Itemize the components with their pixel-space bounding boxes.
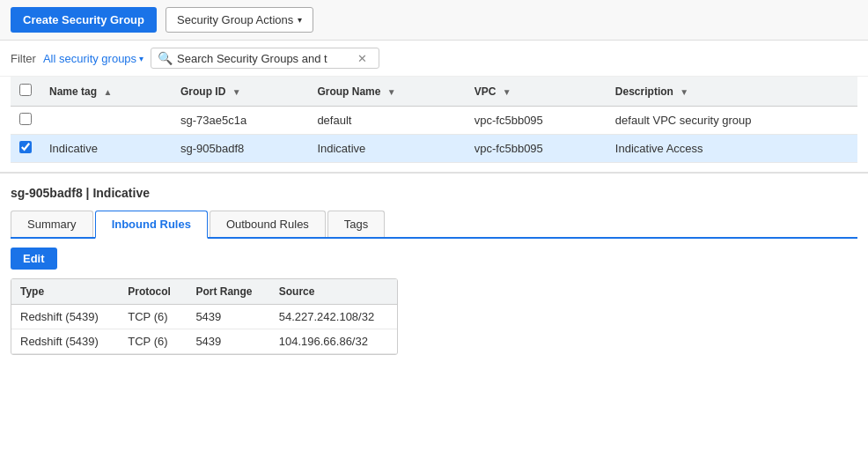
col-name-tag-label: Name tag [49,85,97,98]
toolbar: Create Security Group Security Group Act… [0,0,868,41]
sort-arrow-group-name: ▼ [387,87,396,97]
table-header-row: Name tag ▲ Group ID ▼ Group Name ▼ VPC ▼… [11,77,857,107]
col-group-name-label: Group Name [317,85,380,98]
cell-group-id: sg-905badf8 [172,135,308,163]
security-groups-table-container: Name tag ▲ Group ID ▼ Group Name ▼ VPC ▼… [0,77,868,163]
actions-label: Security Group Actions [177,13,293,26]
detail-panel: sg-905badf8 | Indicative SummaryInbound … [0,172,868,355]
table-row[interactable]: Indicative sg-905badf8 Indicative vpc-fc… [11,135,857,163]
col-description-label: Description [615,85,673,98]
table-row[interactable]: sg-73ae5c1a default vpc-fc5bb095 default… [11,107,857,135]
inbound-cell-type: Redshift (5439) [11,305,119,329]
search-box: 🔍 ✕ [151,48,379,69]
create-security-group-button[interactable]: Create Security Group [11,7,157,33]
clear-search-icon[interactable]: ✕ [357,52,367,65]
col-name-tag[interactable]: Name tag ▲ [40,77,172,107]
inbound-header-row: Type Protocol Port Range Source [11,279,397,305]
cell-vpc: vpc-fc5bb095 [466,135,607,163]
inbound-rule-row: Redshift (5439) TCP (6) 5439 54.227.242.… [11,305,397,329]
cell-name-tag: Indicative [40,135,172,163]
inbound-cell-type: Redshift (5439) [11,329,119,354]
select-all-checkbox-cell[interactable] [11,77,40,107]
sort-arrow-name-tag: ▲ [103,87,112,97]
row-checkbox[interactable] [19,113,32,125]
inbound-rules-table-container: Type Protocol Port Range Source Redshift… [11,278,398,355]
select-all-checkbox[interactable] [19,84,32,96]
col-description[interactable]: Description ▼ [607,77,857,107]
inbound-rules-table: Type Protocol Port Range Source Redshift… [11,279,397,354]
col-group-id[interactable]: Group ID ▼ [172,77,308,107]
inbound-col-protocol: Protocol [119,279,187,305]
sort-arrow-description: ▼ [680,87,688,97]
row-checkbox-cell[interactable] [11,107,40,135]
inbound-cell-protocol: TCP (6) [119,305,187,329]
security-group-actions-button[interactable]: Security Group Actions ▾ [166,7,313,33]
col-vpc-label: VPC [474,85,497,98]
cell-description: default VPC security group [607,107,857,135]
row-checkbox[interactable] [19,141,32,153]
filter-dropdown-label: All security groups [43,52,136,65]
tabs-bar: SummaryInbound RulesOutbound RulesTags [11,209,857,239]
edit-button[interactable]: Edit [11,248,57,270]
tab-tags[interactable]: Tags [327,211,385,237]
detail-title: sg-905badf8 | Indicative [11,186,857,200]
inbound-cell-port-range: 5439 [187,329,269,354]
tab-summary[interactable]: Summary [11,211,93,237]
sort-arrow-group-id: ▼ [232,87,241,97]
cell-group-name: Indicative [308,135,465,163]
search-input[interactable] [177,52,353,65]
inbound-cell-port-range: 5439 [187,305,269,329]
row-checkbox-cell[interactable] [11,135,40,163]
inbound-col-type: Type [11,279,119,305]
inbound-cell-source: 104.196.66.86/32 [270,329,397,354]
col-group-name[interactable]: Group Name ▼ [308,77,465,107]
cell-name-tag [40,107,172,135]
chevron-down-icon: ▾ [139,54,143,63]
col-group-id-label: Group ID [180,85,225,98]
cell-vpc: vpc-fc5bb095 [466,107,607,135]
cell-group-name: default [308,107,465,135]
sort-arrow-vpc: ▼ [503,87,511,97]
filter-label: Filter [11,52,36,65]
inbound-col-port-range: Port Range [187,279,269,305]
inbound-rule-row: Redshift (5439) TCP (6) 5439 104.196.66.… [11,329,397,354]
filter-dropdown[interactable]: All security groups ▾ [43,52,143,65]
inbound-col-source: Source [270,279,397,305]
cell-description: Indicative Access [607,135,857,163]
inbound-cell-protocol: TCP (6) [119,329,187,354]
search-icon: 🔍 [158,51,173,65]
security-groups-table: Name tag ▲ Group ID ▼ Group Name ▼ VPC ▼… [11,77,857,163]
chevron-down-icon: ▾ [298,15,302,25]
col-vpc[interactable]: VPC ▼ [466,77,607,107]
tab-outbound[interactable]: Outbound Rules [210,211,326,237]
filter-bar: Filter All security groups ▾ 🔍 ✕ [0,41,868,77]
inbound-cell-source: 54.227.242.108/32 [270,305,397,329]
tab-inbound[interactable]: Inbound Rules [95,211,208,239]
cell-group-id: sg-73ae5c1a [172,107,308,135]
